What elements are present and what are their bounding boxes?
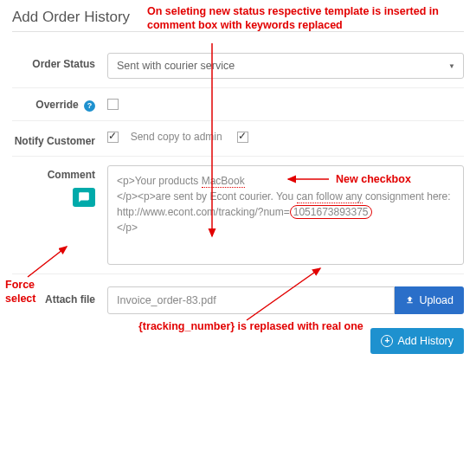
help-icon[interactable]: ? bbox=[84, 100, 95, 112]
label-notify: Notify Customer bbox=[12, 130, 107, 147]
row-attach: Attach file Invoice_order-83.pdf Upload bbox=[12, 274, 464, 319]
add-history-button[interactable]: Add History bbox=[370, 328, 464, 354]
order-status-select[interactable]: Sent with courier service bbox=[107, 53, 464, 79]
label-override: Override bbox=[35, 99, 78, 111]
override-checkbox[interactable] bbox=[107, 99, 119, 110]
attach-file-input[interactable]: Invoice_order-83.pdf bbox=[107, 286, 395, 314]
divider bbox=[12, 31, 464, 32]
upload-button[interactable]: Upload bbox=[395, 286, 464, 314]
notify-checkbox[interactable] bbox=[107, 132, 119, 143]
row-order-status: Order Status Sent with courier service bbox=[12, 44, 464, 88]
comment-icon bbox=[78, 191, 90, 203]
comment-textarea[interactable]: <p>Your products MacBook </p><p>are sent… bbox=[107, 165, 464, 265]
label-attach: Attach file bbox=[12, 286, 107, 306]
tracking-number-highlight: 1051673893375 bbox=[290, 205, 372, 219]
send-copy-checkbox[interactable] bbox=[237, 132, 248, 143]
page-title: Add Order History bbox=[12, 9, 464, 26]
row-override: Override ? bbox=[12, 88, 464, 121]
label-order-status: Order Status bbox=[12, 53, 107, 70]
force-select-button[interactable] bbox=[73, 188, 95, 207]
row-comment: Comment <p>Your products MacBook </p><p>… bbox=[12, 157, 464, 274]
upload-icon bbox=[405, 295, 415, 305]
row-notify: Notify Customer Send copy to admin bbox=[12, 121, 464, 157]
send-copy-label: Send copy to admin bbox=[131, 131, 222, 143]
label-comment: Comment bbox=[12, 169, 95, 181]
